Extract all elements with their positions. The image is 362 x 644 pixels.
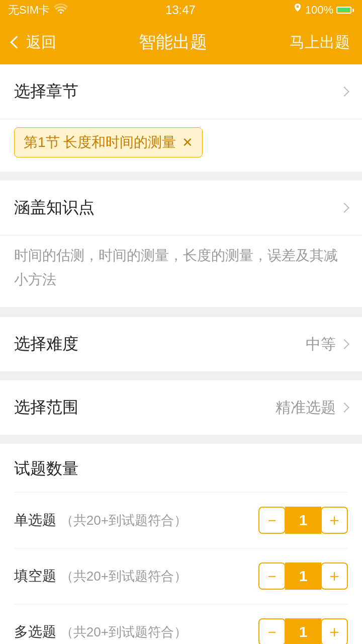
divider-3	[0, 371, 362, 380]
difficulty-section[interactable]: 选择难度 中等	[0, 317, 362, 371]
count-row-fill-label: 填空题 （共20+到试题符合）	[14, 567, 187, 586]
no-sim-text: 无SIM卡	[8, 3, 50, 18]
single-plus-button[interactable]: ＋	[321, 507, 348, 534]
fill-blank-label: 填空题	[14, 568, 56, 584]
multi-minus-button[interactable]: －	[258, 618, 286, 644]
chapter-tag-text: 第1节 长度和时间的测量	[24, 133, 176, 152]
status-time: 13:47	[165, 3, 196, 17]
multi-value-display: 1	[285, 618, 321, 644]
knowledge-content: 时间的估测，时间的测量，长度的测量，误差及其减小方法	[14, 244, 348, 291]
nav-bar: 返回 智能出题 马上出题	[0, 20, 362, 64]
fill-blank-control: － 1 ＋	[258, 562, 348, 590]
count-section-title: 试题数量	[14, 458, 348, 480]
multi-plus-button[interactable]: ＋	[321, 618, 348, 644]
divider-1	[0, 172, 362, 181]
content-area: 选择章节 第1节 长度和时间的测量 ✕ 涵盖知识点 时间的估测，时间的测量，长度…	[0, 64, 362, 644]
range-chevron-icon	[339, 403, 349, 413]
action-button[interactable]: 马上出题	[290, 32, 350, 53]
page-title: 智能出题	[139, 31, 207, 54]
knowledge-section-header[interactable]: 涵盖知识点	[0, 181, 362, 235]
count-row-single: 单选题 （共20+到试题符合） － 1 ＋	[14, 492, 348, 548]
multi-choice-label: 多选题	[14, 624, 56, 639]
count-row-fill: 填空题 （共20+到试题符合） － 1 ＋	[14, 548, 348, 604]
range-right: 精准选题	[276, 397, 348, 418]
single-choice-label: 单选题	[14, 512, 56, 528]
single-value-display: 1	[285, 507, 321, 534]
count-row-single-label: 单选题 （共20+到试题符合）	[14, 511, 187, 530]
question-count-section: 试题数量 单选题 （共20+到试题符合） － 1 ＋ 填空题 （共20+到试题符…	[0, 444, 362, 644]
knowledge-body: 时间的估测，时间的测量，长度的测量，误差及其减小方法	[0, 235, 362, 308]
range-label: 选择范围	[14, 396, 78, 419]
multi-choice-sub: （共20+到试题符合）	[60, 624, 187, 639]
chapter-tag: 第1节 长度和时间的测量 ✕	[14, 127, 203, 157]
location-icon	[293, 4, 302, 17]
count-row-multi-label: 多选题 （共20+到试题符合）	[14, 622, 187, 641]
multi-choice-control: － 1 ＋	[258, 618, 348, 644]
range-section[interactable]: 选择范围 精准选题	[0, 380, 362, 435]
difficulty-label: 选择难度	[14, 333, 78, 355]
back-button[interactable]: 返回	[12, 32, 56, 53]
chapter-tag-close-icon[interactable]: ✕	[182, 136, 193, 149]
status-right: 100%	[293, 4, 354, 17]
chapter-chevron-icon	[339, 87, 349, 97]
chapter-section-header[interactable]: 选择章节	[0, 64, 362, 119]
knowledge-label: 涵盖知识点	[14, 197, 95, 219]
status-bar: 无SIM卡 13:47 100%	[0, 0, 362, 20]
fill-value-display: 1	[285, 562, 321, 590]
single-minus-button[interactable]: －	[258, 507, 286, 534]
single-choice-control: － 1 ＋	[258, 507, 348, 534]
chapter-label: 选择章节	[14, 80, 78, 103]
chapter-tag-area: 第1节 长度和时间的测量 ✕	[0, 119, 362, 172]
difficulty-right: 中等	[306, 334, 348, 355]
range-value: 精准选题	[276, 397, 336, 418]
single-choice-sub: （共20+到试题符合）	[60, 513, 187, 528]
battery-percent: 100%	[305, 4, 333, 17]
wifi-icon	[54, 4, 68, 17]
difficulty-value: 中等	[306, 334, 336, 355]
divider-2	[0, 308, 362, 317]
fill-blank-sub: （共20+到试题符合）	[60, 569, 187, 584]
count-row-multi: 多选题 （共20+到试题符合） － 1 ＋	[14, 604, 348, 644]
knowledge-chevron-icon	[339, 203, 349, 213]
status-left: 无SIM卡	[8, 3, 68, 18]
divider-4	[0, 435, 362, 444]
fill-plus-button[interactable]: ＋	[321, 562, 348, 590]
difficulty-chevron-icon	[339, 339, 349, 349]
back-arrow-icon	[10, 36, 23, 48]
back-label: 返回	[26, 32, 56, 53]
fill-minus-button[interactable]: －	[258, 562, 286, 590]
battery-icon	[336, 7, 354, 14]
